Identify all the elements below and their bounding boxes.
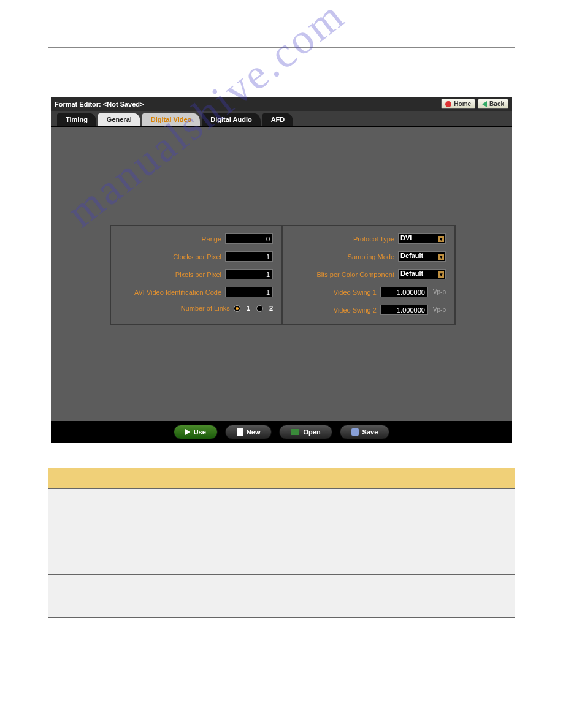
video-swing-1-input[interactable] <box>380 287 428 297</box>
window-title: Format Editor: <Not Saved> <box>55 100 441 108</box>
pixels-per-pixel-input[interactable] <box>225 269 273 279</box>
protocol-type-value: DVI <box>400 234 412 241</box>
table-row <box>48 575 515 618</box>
bits-per-color-select[interactable]: Default ▾ <box>398 269 446 279</box>
table-cell <box>132 489 272 575</box>
new-button-label: New <box>247 428 261 436</box>
bits-per-color-label: Bits per Color Component <box>316 271 394 278</box>
titlebar-buttons: Home Back <box>441 99 508 109</box>
open-button[interactable]: Open <box>279 425 332 439</box>
video-swing-2-label: Video Swing 2 <box>334 306 377 314</box>
links-radio-2-label: 2 <box>269 305 273 312</box>
save-button-label: Save <box>362 428 378 436</box>
tab-general[interactable]: General <box>98 113 140 126</box>
tab-digital-video[interactable]: Digital Video <box>142 113 200 126</box>
table-cell <box>48 575 132 618</box>
number-of-links-label: Number of Links <box>181 305 230 312</box>
number-of-links-radios: 1 2 <box>234 305 273 312</box>
use-button-label: Use <box>194 428 206 436</box>
left-panel: Range Clocks per Pixel Pixels per Pixel … <box>111 226 283 324</box>
tab-timing[interactable]: Timing <box>57 113 96 126</box>
video-swing-2-unit: Vp-p <box>433 306 446 313</box>
new-button[interactable]: New <box>225 425 272 439</box>
clocks-per-pixel-input[interactable] <box>225 251 273 262</box>
chevron-down-icon: ▾ <box>438 254 444 260</box>
save-button[interactable]: Save <box>340 425 390 439</box>
sampling-mode-row: Sampling Mode Default ▾ <box>291 251 446 262</box>
tab-digital-audio[interactable]: Digital Audio <box>202 113 260 126</box>
range-row: Range <box>120 233 273 244</box>
bits-per-color-value: Default <box>400 270 423 277</box>
tabs-row: Timing General Digital Video Digital Aud… <box>51 111 512 127</box>
links-radio-1-label: 1 <box>247 305 250 312</box>
video-swing-2-row: Video Swing 2 Vp-p <box>291 305 446 315</box>
sampling-mode-label: Sampling Mode <box>348 253 394 260</box>
chevron-down-icon: ▾ <box>438 236 444 242</box>
number-of-links-row: Number of Links 1 2 <box>120 305 273 312</box>
open-button-label: Open <box>303 428 320 436</box>
settings-panel: Range Clocks per Pixel Pixels per Pixel … <box>110 225 456 325</box>
disk-icon <box>351 428 359 436</box>
play-icon <box>185 429 190 435</box>
range-input[interactable] <box>225 233 273 244</box>
table-header-row <box>48 468 515 489</box>
back-button[interactable]: Back <box>478 99 508 109</box>
table-cell <box>272 575 515 618</box>
avi-code-input[interactable] <box>225 287 273 297</box>
bits-per-color-row: Bits per Color Component Default ▾ <box>291 269 446 279</box>
home-icon <box>445 101 451 107</box>
avi-code-label: AVI Video Identification Code <box>134 289 221 296</box>
links-radio-1[interactable] <box>234 305 240 312</box>
pixels-per-pixel-label: Pixels per Pixel <box>175 271 221 278</box>
video-swing-1-label: Video Swing 1 <box>334 289 377 296</box>
footer-bar: Use New Open Save <box>51 421 512 443</box>
range-label: Range <box>202 235 221 243</box>
title-bar: Format Editor: <Not Saved> Home Back <box>51 97 512 111</box>
video-swing-1-row: Video Swing 1 Vp-p <box>291 287 446 297</box>
home-button[interactable]: Home <box>441 99 475 109</box>
home-button-label: Home <box>454 100 471 107</box>
right-panel: Protocol Type DVI ▾ Sampling Mode Defaul… <box>283 226 454 324</box>
folder-icon <box>291 429 299 435</box>
page-header-box <box>48 31 515 48</box>
video-swing-1-unit: Vp-p <box>433 289 446 295</box>
video-swing-2-input[interactable] <box>380 305 428 315</box>
back-icon <box>482 101 487 107</box>
use-button[interactable]: Use <box>174 425 218 439</box>
table-header-cell <box>48 468 132 489</box>
clocks-per-pixel-label: Clocks per Pixel <box>173 253 221 260</box>
links-radio-2[interactable] <box>256 305 263 312</box>
tab-afd[interactable]: AFD <box>262 113 294 126</box>
sampling-mode-select[interactable]: Default ▾ <box>398 251 446 262</box>
avi-code-row: AVI Video Identification Code <box>120 287 273 297</box>
format-editor-window: Format Editor: <Not Saved> Home Back Tim… <box>51 97 512 443</box>
table-row <box>48 489 515 575</box>
protocol-type-row: Protocol Type DVI ▾ <box>291 233 446 244</box>
chevron-down-icon: ▾ <box>438 271 444 278</box>
file-icon <box>237 428 243 436</box>
table-cell <box>132 575 272 618</box>
protocol-type-select[interactable]: DVI ▾ <box>398 233 446 244</box>
table-cell <box>48 489 132 575</box>
tab-content-area: manualshive.com Range Clocks per Pixel P… <box>51 127 512 421</box>
clocks-per-pixel-row: Clocks per Pixel <box>120 251 273 262</box>
table-header-cell <box>272 468 515 489</box>
table-header-cell <box>132 468 272 489</box>
protocol-type-label: Protocol Type <box>353 235 394 243</box>
pixels-per-pixel-row: Pixels per Pixel <box>120 269 273 279</box>
back-button-label: Back <box>489 100 504 107</box>
table-cell <box>272 489 515 575</box>
sampling-mode-value: Default <box>400 252 423 259</box>
parameters-table <box>48 468 515 618</box>
